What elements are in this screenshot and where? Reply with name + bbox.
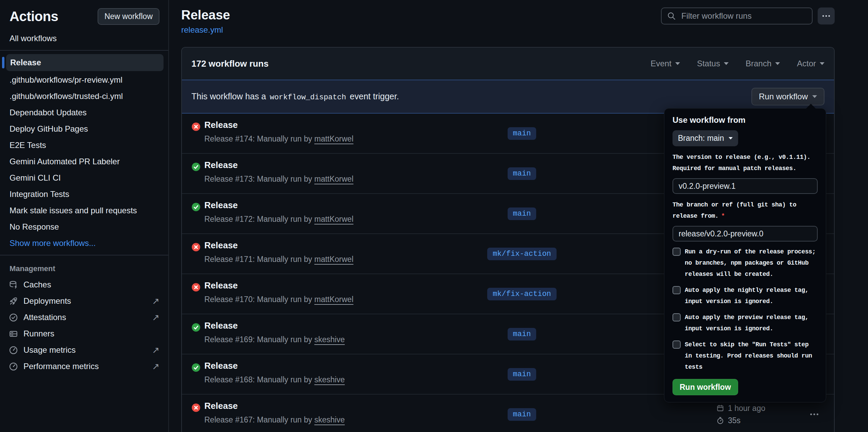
- sidebar-item-label: Gemini Automated PR Labeler: [10, 157, 120, 166]
- filter-actor-dropdown[interactable]: Actor: [797, 59, 824, 68]
- filter-event-dropdown[interactable]: Event: [651, 59, 680, 68]
- external-link-icon: ↗: [152, 312, 159, 323]
- branch-badge[interactable]: mk/fix-action: [487, 248, 557, 260]
- branch-column: main: [481, 194, 563, 233]
- run-title-link[interactable]: Release: [204, 120, 238, 130]
- checkbox[interactable]: [673, 313, 681, 321]
- actor-link[interactable]: mattKorwel: [314, 175, 353, 183]
- sidebar-item-e2e-tests[interactable]: E2E Tests: [0, 137, 168, 153]
- run-title-link[interactable]: Release: [204, 361, 238, 371]
- sidebar-item-mark-stale-issues-and-pull-requests[interactable]: Mark stale issues and pull requests: [0, 202, 168, 219]
- sidebar-item-runners[interactable]: Runners: [0, 326, 168, 342]
- sidebar-item-release[interactable]: Release: [6, 54, 164, 71]
- workflow-input-field[interactable]: [673, 178, 818, 194]
- checkbox[interactable]: [673, 340, 681, 349]
- filter-label-text: Branch: [746, 59, 771, 68]
- failure-icon: [191, 243, 201, 252]
- branch-column: main: [481, 354, 563, 394]
- runs-list-header: 172 workflow runs EventStatusBranchActor: [182, 48, 834, 80]
- run-workflow-submit-button[interactable]: Run workflow: [673, 379, 738, 395]
- sidebar-item-gemini-cli-ci[interactable]: Gemini CLI CI: [0, 170, 168, 186]
- branch-badge[interactable]: main: [508, 207, 537, 220]
- run-description-text: Release #173: Manually run by: [204, 175, 314, 183]
- caret-down-icon: [812, 95, 817, 98]
- workflow-file-link[interactable]: release.yml: [181, 25, 223, 35]
- branch-badge[interactable]: main: [508, 408, 537, 421]
- branch-badge[interactable]: main: [508, 368, 537, 381]
- runs-filters: EventStatusBranchActor: [651, 59, 824, 68]
- run-title-link[interactable]: Release: [204, 160, 238, 170]
- actor-link[interactable]: mattKorwel: [314, 295, 353, 304]
- search-icon: [667, 12, 676, 20]
- run-description-text: Release #167: Manually run by: [204, 415, 314, 424]
- actor-link[interactable]: skeshive: [314, 415, 344, 424]
- meter-icon: [9, 362, 18, 371]
- sidebar-item-no-response[interactable]: No Response: [0, 219, 168, 235]
- run-kebab-icon[interactable]: [809, 409, 819, 419]
- branch-badge[interactable]: main: [508, 328, 537, 340]
- run-time-text: 1 hour ago: [728, 404, 765, 413]
- sidebar-item-github-workflows-trusted-ci-yml[interactable]: .github/workflows/trusted-ci.yml: [0, 88, 168, 104]
- stopwatch-icon: [716, 417, 724, 425]
- management-item-label: Deployments: [23, 296, 71, 306]
- sidebar-item-usage-metrics[interactable]: Usage metrics↗: [0, 342, 168, 358]
- checkbox-row: Select to skip the "Run Tests" step in t…: [673, 339, 818, 373]
- filter-workflow-runs-input[interactable]: [681, 11, 806, 21]
- sidebar-item-performance-metrics[interactable]: Performance metrics↗: [0, 358, 168, 375]
- run-title-link[interactable]: Release: [204, 401, 238, 411]
- run-title-link[interactable]: Release: [204, 320, 238, 331]
- server-icon: [9, 329, 18, 338]
- checkbox[interactable]: [673, 286, 681, 294]
- branch-badge[interactable]: mk/fix-action: [487, 288, 557, 300]
- branch-column: main: [481, 314, 563, 354]
- actor-link[interactable]: mattKorwel: [314, 255, 353, 264]
- filter-workflow-runs-box: [661, 7, 813, 24]
- filter-label-text: Actor: [797, 59, 816, 68]
- actor-link[interactable]: mattKorwel: [314, 134, 353, 143]
- sidebar-item-label: Deploy GitHub Pages: [10, 124, 88, 134]
- actor-link[interactable]: skeshive: [314, 335, 344, 344]
- checkbox[interactable]: [673, 248, 681, 256]
- verified-icon: [9, 313, 18, 322]
- caret-down-icon: [729, 137, 733, 139]
- run-title-link[interactable]: Release: [204, 240, 238, 251]
- external-link-icon: ↗: [152, 345, 159, 355]
- sidebar-item-gemini-automated-pr-labeler[interactable]: Gemini Automated PR Labeler: [0, 153, 168, 170]
- branch-column: mk/fix-action: [481, 274, 563, 314]
- management-item-label: Usage metrics: [23, 345, 75, 355]
- show-more-workflows-link[interactable]: Show more workflows...: [0, 235, 168, 251]
- selected-accent-bar: [2, 57, 4, 68]
- sidebar-item-caches[interactable]: Caches: [0, 277, 168, 293]
- branch-badge[interactable]: main: [508, 167, 537, 180]
- checkbox-label[interactable]: Auto apply the nightly release tag, inpu…: [685, 285, 818, 307]
- new-workflow-button[interactable]: New workflow: [98, 8, 159, 25]
- run-title-link[interactable]: Release: [204, 280, 238, 291]
- sidebar-item-attestations[interactable]: Attestations↗: [0, 309, 168, 326]
- checkbox-label[interactable]: Select to skip the "Run Tests" step in t…: [685, 339, 818, 373]
- input-description: The version to release (e.g., v0.1.11). …: [673, 152, 818, 174]
- actor-link[interactable]: skeshive: [314, 375, 344, 384]
- sidebar-item-dependabot-updates[interactable]: Dependabot Updates: [0, 104, 168, 121]
- actor-link[interactable]: mattKorwel: [314, 215, 353, 223]
- management-list: CachesDeployments↗Attestations↗RunnersUs…: [0, 277, 168, 375]
- workflow-options-kebab-button[interactable]: [818, 7, 835, 24]
- sidebar-item-deployments[interactable]: Deployments↗: [0, 293, 168, 309]
- run-duration-text: 35s: [728, 416, 741, 425]
- sidebar-item-deploy-github-pages[interactable]: Deploy GitHub Pages: [0, 121, 168, 137]
- sidebar-title: Actions: [10, 9, 58, 24]
- input-description-text: The branch or ref (full git sha) to rele…: [673, 201, 796, 219]
- management-item-label: Attestations: [23, 313, 66, 322]
- branch-selector-button[interactable]: Branch: main: [673, 130, 738, 146]
- run-workflow-dropdown-button[interactable]: Run workflow: [751, 88, 824, 105]
- checkbox-label[interactable]: Auto apply the preview release tag, inpu…: [685, 312, 818, 334]
- checkbox-label[interactable]: Run a dry-run of the release process; no…: [685, 246, 818, 280]
- sidebar-item-all-workflows[interactable]: All workflows: [0, 30, 168, 47]
- run-title-link[interactable]: Release: [204, 200, 238, 211]
- sidebar-item-github-workflows-pr-review-yml[interactable]: .github/workflows/pr-review.yml: [0, 72, 168, 88]
- branch-badge[interactable]: main: [508, 127, 537, 140]
- workflow-input-field[interactable]: [673, 226, 818, 242]
- filter-branch-dropdown[interactable]: Branch: [746, 59, 780, 68]
- filter-status-dropdown[interactable]: Status: [697, 59, 729, 68]
- sidebar-item-integration-tests[interactable]: Integration Tests: [0, 186, 168, 202]
- run-workflow-popover: Use workflow from Branch: main The versi…: [664, 108, 826, 402]
